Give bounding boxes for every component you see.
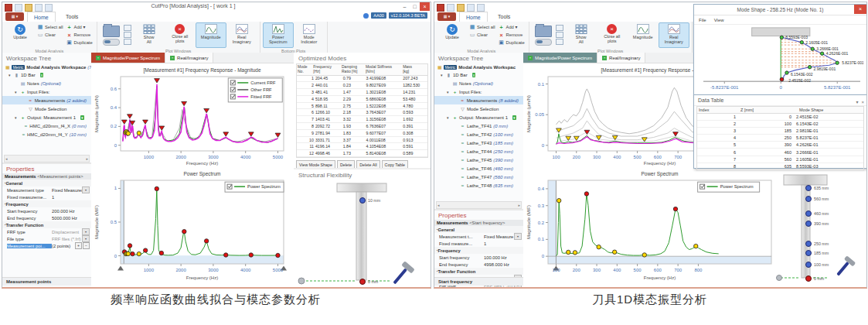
tree-item[interactable]: Lathe_TF46 (460 mm): [434, 164, 523, 173]
power-spectrum-button[interactable]: Power Spectrum: [263, 22, 294, 48]
dropdown-icon[interactable]: [82, 186, 90, 193]
remove-button[interactable]: ×Remove: [499, 31, 525, 39]
duplicate-button[interactable]: ▣Duplicate: [499, 39, 525, 46]
measurement-point-dot[interactable]: 10 mm: [359, 197, 380, 204]
property-row[interactable]: Transfer Function: [2, 221, 91, 228]
property-row[interactable]: General: [2, 180, 91, 186]
table-row[interactable]: 3481.411.471.3021E0814.231: [297, 89, 427, 96]
select-all-button[interactable]: ▦Select all: [37, 23, 63, 31]
tree-item[interactable]: Lathe_TF41 (0 mm): [434, 121, 523, 130]
power-spectrum-chart[interactable]: 10020030040050060070080000.10.20.30.4Pow…: [525, 168, 776, 284]
mode-indicator-button[interactable]: Mode Indicator: [294, 22, 325, 48]
magnitude-button[interactable]: Magnitude: [196, 22, 226, 48]
tab-real-imaginary[interactable]: Real/Imaginary: [597, 53, 645, 63]
menu-view[interactable]: View: [714, 18, 724, 22]
property-row[interactable]: General: [434, 226, 523, 233]
dropdown-icon[interactable]: [82, 228, 90, 235]
table-row[interactable]: 64603.2666E-01: [697, 149, 863, 156]
toggle-switch[interactable]: [535, 39, 552, 46]
table-row[interactable]: 31852.9819E-01: [697, 128, 863, 135]
tree-item[interactable]: Lathe_TF42 (100 mm): [434, 130, 523, 139]
tab-close-icon[interactable]: [528, 56, 533, 60]
tree-item[interactable]: ▾ Output: Measurement 1 ▾: [2, 113, 91, 121]
dropdown-icon[interactable]: [82, 235, 90, 242]
tree-item[interactable]: ▾ 1D Bar x: [2, 70, 91, 79]
close-all-plots-button[interactable]: Close all plots: [165, 22, 196, 48]
add-button[interactable]: +Add ▾: [499, 23, 525, 31]
pin-icon[interactable]: ▾: [856, 97, 858, 108]
table-row[interactable]: 102.4515E-02: [697, 114, 863, 121]
magnitude-button[interactable]: Magnitude: [628, 22, 659, 48]
file-menu-button[interactable]: [5, 12, 24, 21]
tree-item[interactable]: Lathe_TF48 (635 mm): [434, 181, 523, 190]
tree-item[interactable]: HMC_d20mm_f4_X (0 mm): [2, 121, 91, 130]
property-row[interactable]: Fixed measureme... 1: [2, 193, 91, 200]
tree-item[interactable]: Lathe_TF45 (390 mm): [434, 156, 523, 164]
add-point-button[interactable]: [75, 242, 82, 249]
update-button[interactable]: ↻ Update: [5, 22, 36, 48]
table-row[interactable]: 75602.1605E-01: [697, 156, 863, 163]
tree-item[interactable]: ▾ Output: Measurement 1 ▾: [434, 113, 523, 121]
table-row[interactable]: 2440.010.239.8027E091282.530: [297, 82, 427, 89]
close-button[interactable]: [420, 2, 430, 11]
measurement-point-dot[interactable]: 250 mm: [805, 241, 829, 247]
tree-item[interactable]: ▾ Input Files:: [2, 87, 91, 96]
tab-home[interactable]: Home: [27, 12, 56, 22]
clear-button[interactable]: ▭Clear: [37, 31, 63, 39]
property-row[interactable]: Measurement t... Fixed Measure: [434, 233, 523, 240]
table-row[interactable]: 21006.1543E-02: [697, 121, 863, 128]
frequency-response-chart[interactable]: 1000200030004000500000.20.40.6[Measureme…: [93, 64, 290, 169]
tree-item[interactable]: Mode Selection: [434, 104, 523, 113]
dropdown-icon[interactable]: [514, 233, 522, 240]
table-row[interactable]: 103331.713.374.0011E080.913: [297, 137, 427, 144]
real-imaginary-button[interactable]: Real Imaginary: [659, 22, 689, 48]
property-row[interactable]: Transfer Function: [434, 268, 523, 275]
table-row[interactable]: 1204.450.793.4199E08207.243: [297, 76, 427, 83]
tree-item[interactable]: Measurements (8 added): [434, 96, 523, 104]
clear-button[interactable]: ▭Clear: [469, 31, 495, 39]
measurement-point-dot[interactable]: 635 mm: [805, 185, 829, 191]
tab-close-icon[interactable]: [96, 56, 100, 60]
measurement-point-dot[interactable]: 460 mm: [805, 210, 829, 217]
tree-item[interactable]: Notes (Optional): [434, 79, 523, 87]
add-button[interactable]: +Add ▾: [66, 23, 93, 31]
tree-item[interactable]: ▾ Input Files:: [434, 87, 523, 96]
tab-magnitude-power-spectrum[interactable]: Magnitude/Power Spectrum: [523, 53, 597, 63]
property-row[interactable]: File type FRF files (*.frf): [2, 235, 91, 242]
property-row[interactable]: Measurement type Fixed Measuremen: [2, 186, 91, 193]
measurement-point-dot[interactable]: 0 mm: [359, 279, 378, 285]
close-icon[interactable]: [854, 5, 866, 14]
table-row[interactable]: 124998.461.735.8140E080.589: [297, 150, 427, 157]
duplicate-button[interactable]: ▣Duplicate: [66, 39, 93, 46]
tab-home[interactable]: Home: [459, 12, 488, 22]
tree-item[interactable]: Mode Selection: [2, 104, 91, 113]
minimize-button[interactable]: [400, 2, 410, 11]
show-all-button[interactable]: Show All: [566, 22, 597, 48]
property-row[interactable]: Fixed measure... 1: [434, 240, 523, 247]
measurement-point-dot[interactable]: 390 mm: [805, 221, 829, 227]
folder-icon[interactable]: [535, 26, 552, 37]
layout-icons[interactable]: [124, 25, 131, 45]
property-row[interactable]: Start frequency 200.000 Hz: [2, 207, 91, 214]
measurement-point-dot[interactable]: 560 mm: [805, 196, 829, 202]
table-row[interactable]: 71403.413.321.3156E081.692: [297, 116, 427, 123]
measurement-point-dot[interactable]: 0 mm: [805, 275, 824, 282]
property-row[interactable]: Frequency: [434, 247, 523, 254]
tree-item[interactable]: Lathe_TF47 (560 mm): [434, 173, 523, 181]
file-menu-button[interactable]: [437, 12, 456, 21]
horizontal-scrollbar[interactable]: ◂▸: [436, 201, 522, 209]
table-row[interactable]: 86358.5593E-03: [697, 163, 863, 170]
table-row[interactable]: 61266.102.183.7643E070.593: [297, 109, 427, 116]
close-icon[interactable]: ×: [861, 97, 864, 108]
layout-icons[interactable]: [556, 25, 563, 45]
table-row[interactable]: 82092.721.936.7636E070.391: [297, 123, 427, 130]
tab-tools[interactable]: Tools: [60, 12, 84, 21]
real-imaginary-button[interactable]: Real Imaginary: [226, 22, 257, 48]
tab-magnitude-power-spectrum[interactable]: Magnitude/Power Spectrum: [91, 53, 165, 63]
tree-item[interactable]: Measurements (2 added): [2, 96, 91, 104]
tree-root[interactable]: ▦ Metric Modal Analysis Workspac: [434, 63, 523, 70]
measurement-point-dot[interactable]: 185 mm: [805, 250, 829, 256]
remove-point-button[interactable]: [83, 242, 90, 249]
toggle-switch[interactable]: [103, 39, 120, 46]
tree-item[interactable]: Lathe_TF44 (250 mm): [434, 147, 523, 156]
